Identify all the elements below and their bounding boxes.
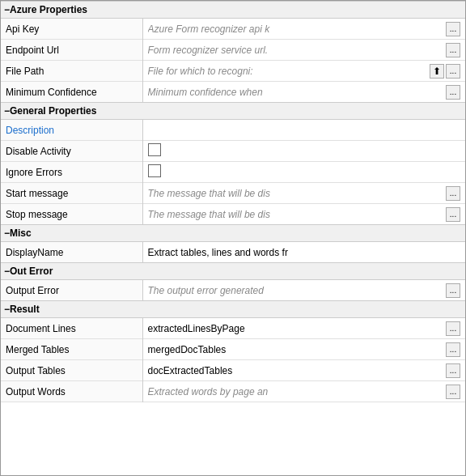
prop-row-general-3: Start messageThe message that will be di… — [1, 183, 465, 204]
section-header-outerror: −Out Error — [1, 263, 465, 280]
prop-name-azure-0: Api Key — [6, 23, 39, 35]
section-toggle-azure[interactable]: − — [4, 4, 10, 15]
prop-row-result-3: Output WordsExtracted words by page an..… — [1, 381, 465, 402]
prop-ellipsis-btn-result-3[interactable]: ... — [446, 385, 460, 399]
prop-value-azure-3: Minimum confidence when — [148, 87, 445, 98]
prop-name-azure-2: File Path — [6, 66, 44, 77]
prop-value-misc-0: Extract tables, lines and words fr — [148, 247, 288, 258]
section-toggle-result[interactable]: − — [4, 304, 10, 315]
prop-row-azure-1: Endpoint UrlForm recognizer service url.… — [1, 40, 465, 61]
property-grid: −Azure PropertiesApi KeyAzure Form recog… — [1, 1, 465, 402]
prop-value-result-1: mergedDocTables — [148, 344, 445, 355]
prop-name-result-0: Document Lines — [6, 323, 76, 334]
prop-row-azure-3: Minimum ConfidenceMinimum confidence whe… — [1, 82, 465, 103]
prop-ellipsis-btn-azure-1[interactable]: ... — [446, 43, 460, 57]
prop-name-general-3: Start message — [6, 188, 68, 199]
prop-value-azure-0: Azure Form recognizer api k — [148, 23, 445, 35]
prop-checkbox-general-1[interactable] — [148, 143, 161, 156]
section-toggle-general[interactable]: − — [4, 105, 10, 117]
section-label-result: Result — [10, 304, 40, 315]
section-header-azure: −Azure Properties — [1, 2, 465, 19]
prop-name-result-2: Output Tables — [6, 365, 66, 376]
prop-name-general-0: Description — [6, 125, 54, 136]
prop-name-result-3: Output Words — [6, 386, 66, 397]
prop-name-azure-1: Endpoint Url — [6, 45, 59, 56]
prop-ellipsis-btn-azure-0[interactable]: ... — [446, 22, 460, 36]
section-label-outerror: Out Error — [10, 266, 53, 277]
section-toggle-misc[interactable]: − — [4, 227, 10, 239]
section-label-general: General Properties — [10, 105, 96, 117]
prop-name-azure-3: Minimum Confidence — [6, 87, 97, 98]
prop-name-misc-0: DisplayName — [6, 247, 63, 258]
prop-name-outerror-0: Output Error — [6, 285, 59, 296]
prop-checkbox-general-2[interactable] — [148, 164, 161, 177]
section-header-misc: −Misc — [1, 225, 465, 242]
prop-ellipsis-btn-general-4[interactable]: ... — [446, 207, 460, 222]
prop-row-general-1: Disable Activity — [1, 141, 465, 162]
prop-row-outerror-0: Output ErrorThe output error generated..… — [1, 280, 465, 301]
prop-name-general-4: Stop message — [6, 209, 68, 220]
prop-row-general-2: Ignore Errors — [1, 162, 465, 183]
prop-value-result-2: docExtractedTables — [148, 365, 445, 376]
prop-row-general-0: Description — [1, 120, 465, 141]
section-header-result: −Result — [1, 301, 465, 318]
prop-value-result-0: extractedLinesByPage — [148, 323, 445, 334]
prop-ellipsis-btn-azure-3[interactable]: ... — [446, 85, 460, 100]
prop-row-result-1: Merged TablesmergedDocTables... — [1, 339, 465, 360]
prop-ellipsis-btn-outerror-0[interactable]: ... — [446, 283, 460, 298]
prop-row-result-0: Document LinesextractedLinesByPage... — [1, 318, 465, 339]
prop-value-general-4: The message that will be dis — [148, 209, 445, 220]
prop-ellipsis-btn-general-3[interactable]: ... — [446, 186, 460, 201]
section-toggle-outerror[interactable]: − — [4, 266, 10, 277]
section-label-azure: Azure Properties — [10, 4, 87, 15]
prop-ellipsis-btn-azure-2[interactable]: ... — [446, 64, 460, 79]
prop-name-result-1: Merged Tables — [6, 344, 70, 355]
prop-row-result-2: Output TablesdocExtractedTables... — [1, 360, 465, 381]
prop-ellipsis-btn-result-1[interactable]: ... — [446, 342, 460, 357]
prop-value-azure-1: Form recognizer service url. — [148, 45, 445, 56]
prop-value-outerror-0: The output error generated — [148, 285, 445, 296]
prop-row-general-4: Stop messageThe message that will be dis… — [1, 204, 465, 225]
prop-value-general-3: The message that will be dis — [148, 188, 445, 199]
section-label-misc: Misc — [10, 227, 32, 239]
prop-row-azure-2: File PathFile for which to recogni:⬆... — [1, 61, 465, 82]
section-header-general: −General Properties — [1, 103, 465, 120]
prop-row-misc-0: DisplayNameExtract tables, lines and wor… — [1, 242, 465, 263]
prop-ellipsis-btn-result-2[interactable]: ... — [446, 363, 460, 378]
prop-value-azure-2: File for which to recogni: — [148, 66, 429, 77]
prop-value-result-3: Extracted words by page an — [148, 386, 445, 397]
prop-upload-btn-azure-2[interactable]: ⬆ — [430, 64, 444, 79]
prop-row-azure-0: Api KeyAzure Form recognizer api k... — [1, 19, 465, 40]
prop-name-general-1: Disable Activity — [6, 146, 71, 157]
prop-ellipsis-btn-result-0[interactable]: ... — [446, 321, 460, 336]
prop-name-general-2: Ignore Errors — [6, 167, 62, 178]
